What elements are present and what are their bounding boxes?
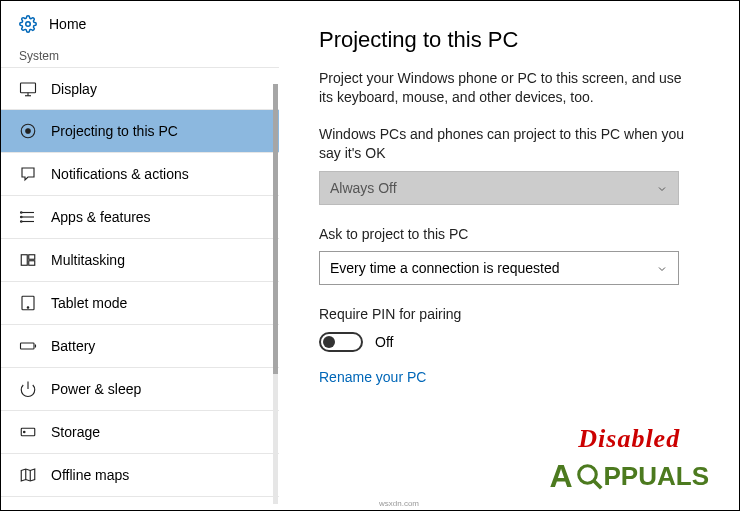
multitasking-icon xyxy=(19,251,37,269)
annotation-overlay: Disabled A PPUALS xyxy=(549,424,709,495)
ask-project-select[interactable]: Every time a connection is requested xyxy=(319,251,679,285)
svg-point-5 xyxy=(26,129,31,134)
magnifier-icon xyxy=(575,462,605,492)
storage-icon xyxy=(19,423,37,441)
nav-text: Display xyxy=(51,81,97,97)
battery-icon xyxy=(19,337,37,355)
gear-icon xyxy=(19,15,37,33)
sidebar-item-storage[interactable]: Storage xyxy=(1,411,279,454)
logo-a: A xyxy=(549,458,572,495)
maps-icon xyxy=(19,466,37,484)
svg-point-25 xyxy=(578,465,596,483)
svg-rect-13 xyxy=(29,255,35,260)
appuals-logo: A PPUALS xyxy=(549,458,709,495)
nav-text: Battery xyxy=(51,338,95,354)
page-title: Projecting to this PC xyxy=(319,27,699,53)
apps-icon xyxy=(19,208,37,226)
require-pin-toggle[interactable] xyxy=(319,332,363,352)
svg-rect-12 xyxy=(21,255,27,266)
projection-permission-select[interactable]: Always Off xyxy=(319,171,679,205)
svg-marker-22 xyxy=(21,469,35,481)
require-pin-label: Require PIN for pairing xyxy=(319,305,699,324)
nav-text: Power & sleep xyxy=(51,381,141,397)
scrollbar-track[interactable] xyxy=(273,84,278,504)
nav-text: Notifications & actions xyxy=(51,166,189,182)
nav-list: Display Projecting to this PC Notificati… xyxy=(1,67,279,497)
sidebar-item-multitasking[interactable]: Multitasking xyxy=(1,239,279,282)
home-nav[interactable]: Home xyxy=(1,1,279,43)
sidebar-item-battery[interactable]: Battery xyxy=(1,325,279,368)
chevron-down-icon xyxy=(656,182,668,194)
svg-rect-14 xyxy=(29,261,35,266)
notifications-icon xyxy=(19,165,37,183)
sidebar-item-tablet[interactable]: Tablet mode xyxy=(1,282,279,325)
nav-text: Apps & features xyxy=(51,209,151,225)
select-value: Always Off xyxy=(330,180,397,196)
nav-text: Tablet mode xyxy=(51,295,127,311)
rename-pc-link[interactable]: Rename your PC xyxy=(319,369,426,385)
toggle-knob xyxy=(323,336,335,348)
display-icon xyxy=(19,80,37,98)
ask-project-label: Ask to project to this PC xyxy=(319,225,699,244)
projection-permission-label: Windows PCs and phones can project to th… xyxy=(319,125,699,163)
nav-text: Storage xyxy=(51,424,100,440)
sidebar-item-notifications[interactable]: Notifications & actions xyxy=(1,153,279,196)
home-label: Home xyxy=(49,16,86,32)
sidebar: Home System Display Projecting to this P… xyxy=(1,1,279,510)
sidebar-item-maps[interactable]: Offline maps xyxy=(1,454,279,497)
svg-point-0 xyxy=(26,22,31,27)
svg-rect-1 xyxy=(21,83,36,93)
toggle-state-label: Off xyxy=(375,334,393,350)
sidebar-item-projecting[interactable]: Projecting to this PC xyxy=(1,110,279,153)
power-icon xyxy=(19,380,37,398)
sidebar-item-display[interactable]: Display xyxy=(1,67,279,110)
nav-text: Offline maps xyxy=(51,467,129,483)
sidebar-item-power[interactable]: Power & sleep xyxy=(1,368,279,411)
sidebar-item-apps[interactable]: Apps & features xyxy=(1,196,279,239)
select-value: Every time a connection is requested xyxy=(330,260,560,276)
nav-text: Projecting to this PC xyxy=(51,123,178,139)
logo-rest: PPUALS xyxy=(604,461,709,492)
svg-point-21 xyxy=(24,431,26,433)
tablet-icon xyxy=(19,294,37,312)
disabled-annotation: Disabled xyxy=(549,424,709,454)
content-area: Projecting to this PC Project your Windo… xyxy=(279,1,739,510)
projecting-icon xyxy=(19,122,37,140)
svg-point-16 xyxy=(27,307,29,309)
scrollbar-thumb[interactable] xyxy=(273,84,278,374)
nav-text: Multitasking xyxy=(51,252,125,268)
svg-rect-17 xyxy=(21,343,35,349)
credit-text: wsxdn.com xyxy=(379,499,419,508)
section-label: System xyxy=(1,43,279,67)
svg-point-9 xyxy=(21,212,23,214)
chevron-down-icon xyxy=(656,262,668,274)
svg-point-10 xyxy=(21,216,23,218)
page-description: Project your Windows phone or PC to this… xyxy=(319,69,699,107)
svg-point-11 xyxy=(21,221,23,223)
svg-line-26 xyxy=(593,480,601,488)
